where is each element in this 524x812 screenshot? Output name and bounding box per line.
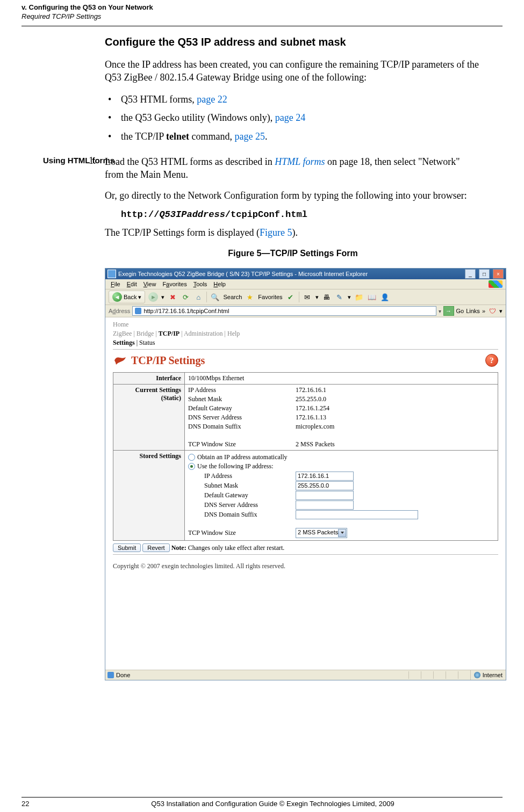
suffix-input[interactable] (296, 510, 418, 519)
go-button[interactable]: → (443, 306, 454, 316)
bullet-item: Q53 HTML forms, page 22 (105, 92, 481, 107)
breadcrumb-link[interactable]: Help (227, 330, 240, 337)
revert-button[interactable]: Revert (142, 543, 169, 552)
toolbar-separator (206, 292, 207, 302)
menu-bar: File Edit View Favorites Tools Help (105, 279, 506, 289)
gecko-logo-icon (113, 355, 127, 366)
field-value: 2 MSS Packets (296, 440, 403, 448)
mask-input[interactable]: 255.255.0.0 (296, 481, 354, 490)
history-icon[interactable]: ✔ (286, 292, 296, 302)
status-segment (408, 671, 421, 679)
status-segment (446, 671, 458, 679)
breadcrumb-home[interactable]: Home (113, 321, 128, 328)
figure-link[interactable]: Figure 5 (260, 227, 292, 238)
windows-flag-icon (489, 280, 503, 288)
favorites-label[interactable]: Favorites (258, 294, 282, 300)
menu-tools[interactable]: Tools (191, 281, 210, 287)
settings-title: TCP/IP Settings (131, 354, 481, 367)
bullet-text: Q53 HTML forms, (121, 94, 197, 105)
address-input[interactable]: http://172.16.16.1/tcpipConf.html (132, 306, 436, 316)
row-label: Stored Settings (113, 451, 185, 541)
figure-caption: Figure 5—TCP/IP Settings Form (105, 249, 481, 258)
step-text: Or, go directly to the Network Configura… (105, 189, 481, 202)
dropdown-arrow-icon[interactable]: ▾ (439, 308, 441, 314)
mail-icon[interactable]: ✉ (303, 292, 312, 302)
header-rule (21, 26, 503, 26)
page-number: 22 (21, 800, 43, 808)
maximize-button[interactable]: □ (479, 269, 490, 279)
toolbar: ◄ Back ▾ ► ▾ ✖ ⟳ ⌂ 🔍 Search ★ Favorites … (105, 289, 506, 305)
bullet-text: command, (189, 131, 234, 142)
stop-icon[interactable]: ✖ (168, 292, 177, 302)
step-text: The TCP/IP Settings form is displayed (F… (105, 226, 481, 239)
messenger-icon[interactable]: 👤 (380, 292, 390, 302)
row-content: Obtain an IP address automatically Use t… (185, 451, 498, 541)
step-number: 1. (89, 155, 96, 166)
status-text: Done (116, 672, 130, 678)
breadcrumb-link[interactable]: Bridge (137, 330, 154, 337)
menu-edit[interactable]: Edit (125, 281, 139, 287)
tcpwin-select[interactable]: 2 MSS Packets (296, 528, 347, 538)
back-button[interactable]: ◄ Back ▾ (109, 291, 145, 303)
search-icon[interactable]: 🔍 (210, 292, 220, 302)
window-title: Exegin Technologies Q52 ZigBee Bridge ( … (118, 271, 462, 277)
close-button[interactable]: × (493, 269, 504, 279)
field-value: 172.16.16.1 (296, 386, 403, 394)
breadcrumb-link[interactable]: Administration (184, 330, 223, 337)
back-label: Back (124, 294, 137, 300)
favorites-icon[interactable]: ★ (245, 292, 255, 302)
ip-input[interactable]: 172.16.16.1 (296, 472, 354, 481)
step-text: Load the Q53 HTML forms as described in … (105, 155, 481, 182)
help-button[interactable]: ? (485, 354, 498, 367)
page-link[interactable]: page 25 (234, 131, 264, 142)
page-link[interactable]: page 24 (275, 112, 305, 123)
toolbar-separator (299, 292, 299, 302)
row-label: Interface (113, 373, 185, 385)
radio-label: Use the following IP address: (197, 462, 274, 470)
print-icon[interactable]: 🖶 (322, 292, 332, 302)
field-label: Default Gateway (188, 404, 296, 412)
menu-help[interactable]: Help (211, 281, 228, 287)
field-label: DNS Server Address (204, 501, 296, 509)
menu-favorites[interactable]: Favorites (160, 281, 189, 287)
dns-input[interactable] (296, 501, 354, 510)
field-label: Subnet Mask (204, 482, 296, 490)
refresh-icon[interactable]: ⟳ (181, 292, 190, 302)
radio-icon (188, 454, 195, 461)
page-link[interactable]: page 22 (197, 94, 227, 105)
content-rule (113, 554, 498, 555)
table-row: Stored Settings Obtain an IP address aut… (113, 451, 498, 541)
status-bar: Done Internet (105, 670, 506, 680)
minimize-button[interactable]: _ (465, 269, 476, 279)
radio-option[interactable]: Use the following IP address: (188, 462, 494, 470)
gateway-input[interactable] (296, 491, 354, 500)
radio-icon (188, 463, 195, 470)
row-label: Current Settings (Static) (113, 385, 185, 451)
breadcrumb-link[interactable]: Status (139, 339, 155, 346)
cross-ref-link[interactable]: HTML forms (275, 156, 325, 167)
note-row: Submit Revert Note: Changes only take ef… (113, 544, 498, 552)
radio-option[interactable]: Obtain an IP address automatically (188, 453, 494, 461)
intro-paragraph: Once the IP address has been created, yo… (105, 58, 481, 84)
folder-icon[interactable]: 📁 (354, 292, 364, 302)
edit-icon[interactable]: ✎ (335, 292, 344, 302)
home-icon[interactable]: ⌂ (193, 292, 203, 302)
address-bar: Address http://172.16.16.1/tcpipConf.htm… (105, 305, 506, 317)
submit-button[interactable]: Submit (113, 543, 141, 552)
norton-icon[interactable]: 🛡 (487, 306, 497, 316)
field-label: IP Address (188, 386, 296, 394)
menu-view[interactable]: View (141, 281, 159, 287)
step-text-pre: Load the Q53 HTML forms as described in (105, 156, 275, 167)
search-label[interactable]: Search (223, 294, 242, 300)
forward-button[interactable]: ► (148, 292, 158, 302)
breadcrumb-link[interactable]: ZigBee (113, 330, 132, 337)
links-chevron[interactable]: » (482, 308, 485, 314)
back-icon: ◄ (112, 292, 122, 302)
links-label[interactable]: Links (466, 308, 480, 314)
bullet-bold: telnet (166, 131, 189, 142)
menu-file[interactable]: File (109, 281, 123, 287)
section-heading: Configure the Q53 IP address and subnet … (105, 36, 481, 48)
internet-zone-icon (474, 672, 480, 678)
research-icon[interactable]: 📖 (367, 292, 377, 302)
browser-window: Exegin Technologies Q52 ZigBee Bridge ( … (105, 268, 506, 680)
